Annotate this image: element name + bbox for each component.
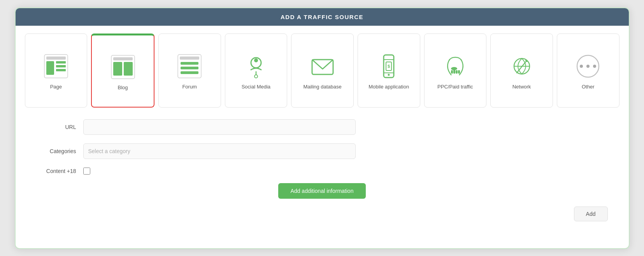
- card-mobile[interactable]: $ Mobile application: [358, 34, 420, 108]
- footer-row: Add: [25, 207, 619, 221]
- forum-icon: [176, 53, 203, 80]
- svg-rect-3: [56, 61, 66, 64]
- svg-rect-7: [113, 57, 133, 60]
- url-input[interactable]: [83, 119, 356, 135]
- svg-rect-1: [46, 56, 66, 60]
- card-ppc-label: PPC/Paid traffic: [437, 84, 473, 90]
- blog-icon: [109, 53, 137, 81]
- svg-point-25: [388, 74, 390, 76]
- svg-point-37: [593, 65, 596, 68]
- content-checkbox-wrapper: [83, 168, 90, 175]
- card-mailing[interactable]: Mailing database: [291, 34, 354, 108]
- svg-point-35: [580, 65, 583, 68]
- svg-rect-5: [56, 69, 66, 71]
- url-label: URL: [37, 124, 83, 130]
- card-ppc[interactable]: PPC/Paid traffic: [424, 34, 487, 108]
- categories-select[interactable]: Select a category: [83, 143, 356, 159]
- form-section: URL Categories Select a category Content…: [25, 119, 619, 175]
- card-network[interactable]: Network: [490, 34, 553, 108]
- card-social-media[interactable]: Social Media: [225, 34, 288, 108]
- card-mobile-label: Mobile application: [369, 84, 409, 90]
- social-media-icon: [242, 53, 270, 80]
- svg-rect-11: [180, 56, 199, 60]
- categories-row: Categories Select a category: [37, 143, 608, 159]
- add-button[interactable]: Add: [574, 207, 608, 221]
- modal-title: ADD A TRAFFIC SOURCE: [16, 8, 629, 26]
- svg-rect-13: [181, 67, 198, 69]
- card-mailing-label: Mailing database: [303, 84, 341, 90]
- svg-rect-14: [181, 71, 198, 74]
- svg-point-30: [451, 67, 457, 70]
- card-network-label: Network: [512, 84, 531, 90]
- svg-rect-9: [124, 62, 133, 76]
- card-other[interactable]: Other: [557, 34, 619, 108]
- page-icon: [42, 53, 70, 80]
- card-blog[interactable]: Blog: [91, 34, 154, 108]
- ppc-icon: [442, 53, 469, 80]
- card-forum[interactable]: Forum: [158, 34, 221, 108]
- svg-rect-12: [181, 62, 198, 65]
- modal: ADD A TRAFFIC SOURCE Page: [15, 7, 630, 249]
- mailing-icon: [309, 53, 336, 80]
- mobile-icon: $: [375, 53, 402, 80]
- svg-point-18: [254, 75, 258, 78]
- svg-point-16: [254, 58, 258, 62]
- card-social-media-label: Social Media: [242, 84, 270, 90]
- card-forum-label: Forum: [182, 84, 197, 90]
- svg-rect-29: [451, 70, 453, 74]
- svg-text:$: $: [388, 64, 390, 69]
- svg-rect-2: [46, 61, 54, 75]
- content-row: Content +18: [37, 168, 608, 175]
- svg-rect-28: [458, 70, 460, 74]
- svg-point-36: [586, 65, 590, 68]
- modal-body: Page Blog: [16, 26, 629, 233]
- add-additional-button[interactable]: Add additional information: [278, 183, 366, 199]
- url-row: URL: [37, 119, 608, 135]
- categories-label: Categories: [37, 148, 83, 154]
- network-icon: [508, 53, 535, 80]
- svg-rect-4: [56, 65, 66, 67]
- card-page-label: Page: [50, 84, 62, 90]
- source-cards-row: Page Blog: [25, 34, 619, 108]
- card-page[interactable]: Page: [25, 34, 88, 108]
- content-label: Content +18: [37, 168, 83, 174]
- card-blog-label: Blog: [118, 85, 128, 90]
- card-other-label: Other: [582, 84, 595, 90]
- other-icon: [574, 53, 602, 80]
- svg-rect-27: [456, 70, 458, 74]
- svg-rect-8: [113, 62, 122, 76]
- content-checkbox[interactable]: [83, 168, 90, 175]
